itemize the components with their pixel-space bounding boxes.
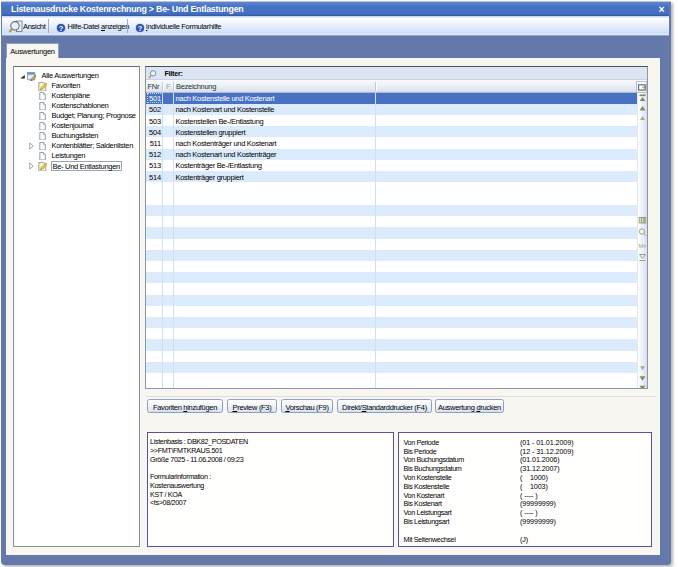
svg-text:M4: M4 — [639, 243, 647, 249]
svg-text:?: ? — [58, 23, 63, 32]
svg-text:?: ? — [137, 23, 142, 32]
